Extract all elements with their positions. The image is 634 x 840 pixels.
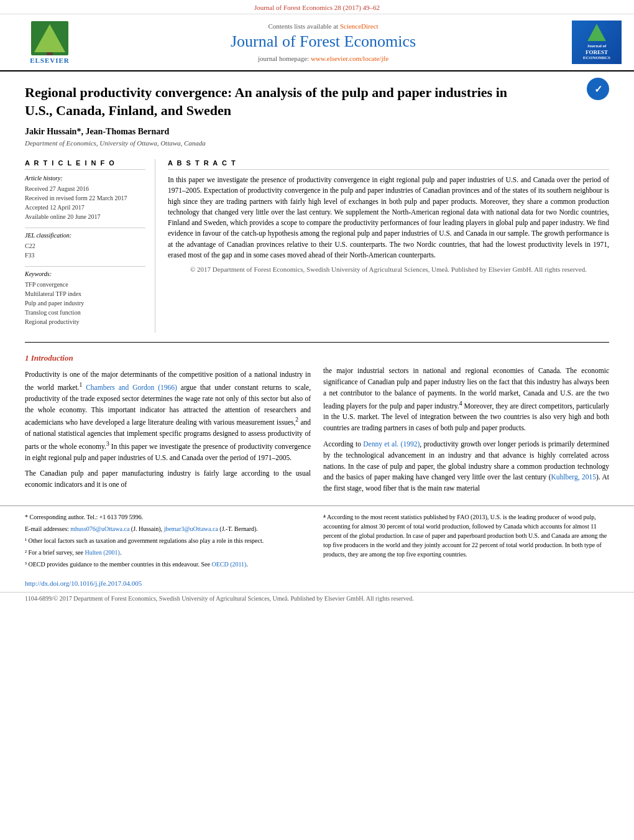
email-hussain-link[interactable]: mhuss076@uOttawa.ca <box>70 525 129 532</box>
abstract-heading: A B S T R A C T <box>168 159 609 170</box>
footnote-2: ² For a brief survey, see Hulten (2001). <box>25 548 311 557</box>
authors: Jakir Hussain*, Jean-Thomas Bernard <box>25 127 609 137</box>
elsevier-logo-area: ELSEVIER <box>22 21 78 64</box>
article-history: Article history: Received 27 August 2016… <box>25 175 145 221</box>
doi-link[interactable]: http://dx.doi.org/10.1016/j.jfe.2017.04.… <box>25 579 142 587</box>
bottom-text: 1104-6899/© 2017 Department of Forest Ec… <box>25 595 414 602</box>
homepage-url[interactable]: www.elsevier.com/locate/jfe <box>311 55 388 62</box>
footnote-email: E-mail addresses: mhuss076@uOttawa.ca (J… <box>25 524 311 533</box>
received-date: Received 27 August 2016 <box>25 184 145 193</box>
received-revised-date: Received in revised form 22 March 2017 <box>25 193 145 203</box>
abstract-text: In this paper we investigate the presenc… <box>168 175 609 261</box>
available-date: Available online 20 June 2017 <box>25 212 145 221</box>
homepage-label: journal homepage: <box>258 55 309 62</box>
right-para2: According to Denny et al. (1992), produc… <box>323 439 609 494</box>
footnote-4: ⁴ According to the most recent statistic… <box>323 512 609 559</box>
chambers-gordon-link[interactable]: Chambers and Gordon (1966) <box>86 384 177 391</box>
intro-para2: The Canadian pulp and paper manufacturin… <box>25 468 311 491</box>
affiliation: Department of Economics, University of O… <box>25 139 609 147</box>
hulten-link[interactable]: Hulten (2001) <box>85 549 119 556</box>
section-divider <box>25 342 609 343</box>
intro-heading: 1 Introduction <box>25 352 311 364</box>
copyright-text: © 2017 Department of Forest Economics, S… <box>168 265 609 273</box>
oecd-link[interactable]: OECD (2011) <box>211 561 246 568</box>
footnote-section: * Corresponding author. Tel.: +1 613 709… <box>0 505 634 575</box>
intro-para1: Productivity is one of the major determi… <box>25 369 311 463</box>
footnote-3: ³ OECD provides guidance to the member c… <box>25 560 311 569</box>
header-left: ELSEVIER <box>12 21 87 64</box>
abstract-column: A B S T R A C T In this paper we investi… <box>168 159 609 333</box>
elsevier-tree-icon <box>31 21 68 55</box>
header-right: Journal of FOREST ECONOMICS <box>559 21 622 64</box>
article-title: Regional productivity convergence: An an… <box>25 84 535 119</box>
footnotes-left: * Corresponding author. Tel.: +1 613 709… <box>25 512 311 571</box>
header-section: ELSEVIER Contents lists available at Sci… <box>0 14 634 72</box>
cover-text: Journal of FOREST ECONOMICS <box>583 44 610 61</box>
journal-title-main: Journal of Forest Economics <box>87 32 559 51</box>
svg-rect-2 <box>47 52 53 55</box>
email-bernard-link[interactable]: jbemar3@uOttawa.ca <box>164 525 218 532</box>
journal-cover: Journal of FOREST ECONOMICS <box>572 21 622 64</box>
cover-tree-icon <box>587 24 606 41</box>
elsevier-wordmark: ELSEVIER <box>30 57 70 64</box>
jel-section: JEL classification: C22 F33 <box>25 232 145 260</box>
jel-codes: C22 F33 <box>25 241 145 260</box>
article-info-column: A R T I C L E I N F O Article history: R… <box>25 159 155 333</box>
article-header: Regional productivity convergence: An an… <box>0 72 634 159</box>
crossmark-badge: ✓ <box>587 78 609 100</box>
right-column: the major industrial sectors in national… <box>323 352 609 499</box>
keywords-label: Keywords: <box>25 270 145 277</box>
contents-label: Contents lists available at <box>268 22 338 30</box>
footnote-star: * Corresponding author. Tel.: +1 613 709… <box>25 512 311 522</box>
history-label: Article history: <box>25 175 145 182</box>
accepted-date: Accepted 12 April 2017 <box>25 203 145 212</box>
denny-link[interactable]: Denny et al. (1992) <box>363 440 420 448</box>
doi-section: http://dx.doi.org/10.1016/j.jfe.2017.04.… <box>0 575 634 589</box>
journal-ref: Journal of Forest Economics 28 (2017) 49… <box>254 4 380 11</box>
jel-label: JEL classification: <box>25 232 145 239</box>
kuhlberg-link[interactable]: Kuhlberg, 2015 <box>551 473 596 481</box>
bottom-bar: 1104-6899/© 2017 Department of Forest Ec… <box>0 592 634 604</box>
footnote-1: ¹ Other local factors such as taxation a… <box>25 536 311 545</box>
keywords-section: Keywords: TFP convergence Multilateral T… <box>25 270 145 326</box>
right-para1: the major industrial sectors in national… <box>323 366 609 434</box>
left-column: 1 Introduction Productivity is one of th… <box>25 352 311 499</box>
body-columns: 1 Introduction Productivity is one of th… <box>0 352 634 499</box>
top-bar: Journal of Forest Economics 28 (2017) 49… <box>0 0 634 14</box>
article-info-heading: A R T I C L E I N F O <box>25 159 145 170</box>
footnotes-right: ⁴ According to the most recent statistic… <box>323 512 609 571</box>
header-center: Contents lists available at ScienceDirec… <box>87 22 559 62</box>
sciencedirect-link[interactable]: ScienceDirect <box>340 22 379 30</box>
article-body: A R T I C L E I N F O Article history: R… <box>0 159 634 333</box>
keywords-list: TFP convergence Multilateral TFP index P… <box>25 280 145 326</box>
